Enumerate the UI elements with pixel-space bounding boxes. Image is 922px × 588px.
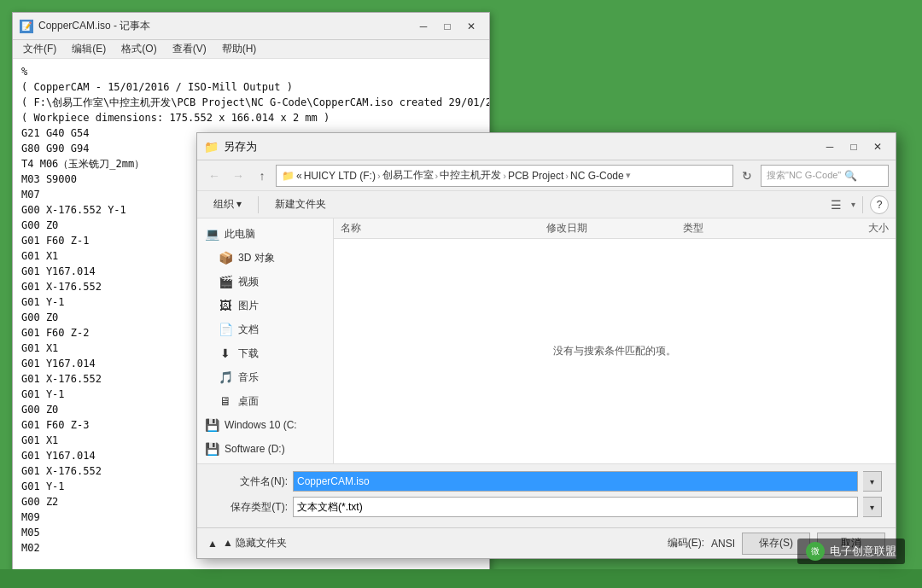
3d-objects-icon: 📦 [218,251,233,265]
dialog-minimize-button[interactable]: ─ [819,138,841,155]
downloads-label: 下载 [238,346,326,361]
nav-item-desktop[interactable]: 🖥 桌面 [197,389,333,413]
nav-item-software[interactable]: 💾 Software (D:) [197,437,333,461]
notepad-menu-format[interactable]: 格式(O) [114,40,163,58]
dialog-toolbar: 组织 ▾ 新建文件夹 ☰ ▾ ? [197,191,896,218]
hide-folders-icon: ▲ [207,538,218,550]
col-header-name[interactable]: 名称 [341,221,546,236]
notepad-menu-file[interactable]: 文件(F) [16,40,63,58]
documents-icon: 📄 [218,323,233,336]
music-icon: 🎵 [218,370,233,384]
notepad-close-button[interactable]: ✕ [460,18,482,35]
windows10-label: Windows 10 (C: [225,419,326,431]
dialog-footer: ▲ ▲ 隐藏文件夹 编码(E): ANSI 保存(S) 取消 [197,527,896,558]
filetype-dropdown-button[interactable]: ▾ [863,497,882,517]
breadcrumb-pcb[interactable]: PCB Project [508,170,563,182]
videos-label: 视频 [238,275,326,289]
filename-label: 文件名(N): [211,474,288,489]
dialog-maximize-button[interactable]: □ [843,138,865,155]
nav-pane: 💻 此电脑 📦 3D 对象 🎬 视频 🖼 图片 📄 文档 ⬇ 下载 [197,218,334,463]
search-placeholder-text: 搜索"NC G-Code" [767,169,841,182]
filetype-label: 保存类型(T): [211,500,288,515]
this-pc-label: 此电脑 [225,227,326,242]
nav-item-documents[interactable]: 📄 文档 [197,317,333,341]
filename-row: 文件名(N): ▾ [211,471,882,492]
notepad-maximize-button[interactable]: □ [436,18,458,35]
nav-item-windows10[interactable]: 💾 Windows 10 (C: [197,413,333,437]
nav-item-pictures[interactable]: 🖼 图片 [197,294,333,317]
breadcrumb-nc[interactable]: NC G-Code [570,170,624,182]
watermark-logo: 微 [806,542,825,561]
nav-item-downloads[interactable]: ⬇ 下载 [197,341,333,365]
filetype-input[interactable] [293,497,858,517]
search-box[interactable]: 搜索"NC G-Code" 🔍 [761,165,889,187]
pictures-label: 图片 [238,299,326,313]
nav-item-music[interactable]: 🎵 音乐 [197,365,333,389]
refresh-button[interactable]: ↻ [737,166,757,186]
view-toggle-button[interactable]: ☰ [824,195,848,215]
breadcrumb-chuangyi[interactable]: 创易工作室 [382,168,434,183]
filetype-row: 保存类型(T): ▾ [211,497,882,517]
notepad-menu-edit[interactable]: 编辑(E) [65,40,113,58]
file-list-header: 名称 修改日期 类型 大小 [334,218,896,239]
dialog-close-button[interactable]: ✕ [867,138,889,155]
downloads-icon: ⬇ [218,346,233,360]
desktop-label: 桌面 [238,394,326,409]
notepad-minimize-button[interactable]: ─ [412,18,435,35]
watermark: 微 电子创意联盟 [797,539,905,564]
help-button[interactable]: ? [870,195,889,214]
file-list: 名称 修改日期 类型 大小 没有与搜索条件匹配的项。 [334,218,896,463]
encoding-label: 编码(E): [668,536,704,550]
watermark-text: 电子创意联盟 [830,544,896,559]
hide-folders-label: ▲ 隐藏文件夹 [223,536,287,550]
notepad-icon: 📝 [20,20,33,33]
videos-icon: 🎬 [218,275,233,288]
col-header-date[interactable]: 修改日期 [546,221,684,236]
3d-objects-label: 3D 对象 [238,251,326,265]
nav-up-button[interactable]: ↑ [252,166,272,186]
dialog-address-bar: ← → ↑ 📁 « HUICY LTD (F:) › 创易工作室 › 中控主机开… [197,160,896,191]
nav-forward-button[interactable]: → [228,166,248,186]
breadcrumb-folder-icon: 📁 [282,170,295,182]
encoding-value: ANSI [711,538,735,550]
windows10-icon: 💾 [204,418,219,432]
notepad-menubar: 文件(F) 编辑(E) 格式(O) 查看(V) 帮助(H) [13,40,489,59]
breadcrumb-zhongkong[interactable]: 中控主机开发 [440,168,501,183]
breadcrumb-part-1: « [296,170,302,182]
empty-message: 没有与搜索条件匹配的项。 [553,344,676,358]
toolbar-separator [258,196,259,213]
dialog-title-text: 另存为 [224,139,814,154]
dialog-bottom: 文件名(N): ▾ 保存类型(T): ▾ [197,463,896,527]
notepad-title: CopperCAM.iso - 记事本 [38,19,407,33]
save-as-dialog: 📁 另存为 ─ □ ✕ ← → ↑ 📁 « HUICY LTD (F:) › 创… [196,132,896,559]
col-header-type[interactable]: 类型 [683,221,820,236]
nav-item-videos[interactable]: 🎬 视频 [197,270,333,294]
taskbar-bottom [0,569,922,588]
nav-item-this-pc[interactable]: 💻 此电脑 [197,222,333,246]
file-list-body: 没有与搜索条件匹配的项。 [334,239,896,463]
music-label: 音乐 [238,370,326,385]
pictures-icon: 🖼 [218,299,233,312]
notepad-window-controls: ─ □ ✕ [412,18,482,35]
nav-item-3d-objects[interactable]: 📦 3D 对象 [197,246,333,270]
search-icon: 🔍 [844,170,857,182]
organize-button[interactable]: 组织 ▾ [204,195,251,215]
nav-back-button[interactable]: ← [204,166,225,186]
notepad-menu-view[interactable]: 查看(V) [166,40,213,58]
breadcrumb[interactable]: 📁 « HUICY LTD (F:) › 创易工作室 › 中控主机开发 › PC… [276,165,733,187]
breadcrumb-huicy[interactable]: HUICY LTD (F:) [304,170,376,182]
notepad-titlebar: 📝 CopperCAM.iso - 记事本 ─ □ ✕ [13,13,489,40]
software-icon: 💾 [204,442,219,456]
filename-dropdown-button[interactable]: ▾ [863,471,882,492]
filename-input[interactable] [293,471,858,492]
new-folder-button[interactable]: 新建文件夹 [266,195,336,215]
notepad-menu-help[interactable]: 帮助(H) [215,40,264,58]
dialog-title-icon: 📁 [204,140,219,154]
view-dropdown-icon: ▾ [851,200,855,209]
software-label: Software (D:) [225,443,326,455]
desktop-icon: 🖥 [218,394,233,408]
documents-label: 文档 [238,323,326,337]
hide-folders-link[interactable]: ▲ ▲ 隐藏文件夹 [207,536,287,550]
col-header-size[interactable]: 大小 [820,221,889,236]
dialog-window-controls: ─ □ ✕ [819,138,889,155]
